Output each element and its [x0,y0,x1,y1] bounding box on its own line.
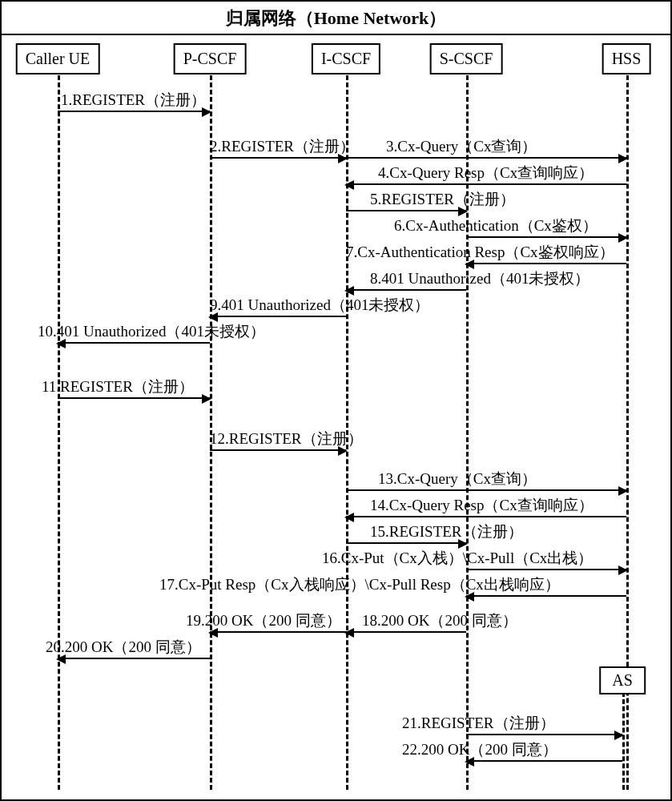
arrow-left-icon [56,654,66,664]
msg-label: 7.Cx-Authentication Resp（Cx鉴权响应） [346,242,614,263]
msg-label: 11.REGISTER（注册） [42,376,194,397]
arrow-right-icon [618,566,628,575]
arrow-right-icon [202,107,211,117]
diagram-frame: 归属网络（Home Network） Caller UE P-CSCF I-CS… [0,0,672,801]
msg-4-cx-query-resp: 4.Cx-Query Resp（Cx查询响应） [346,166,626,185]
msg-6-cx-auth: 6.Cx-Authentication（Cx鉴权） [466,219,626,238]
arrow-right-icon [338,446,348,456]
arrow-left-icon [465,592,474,602]
arrow-right-icon [618,154,628,163]
arrow-right-icon [618,233,628,243]
msg-label: 4.Cx-Query Resp（Cx查询响应） [378,163,594,183]
msg-16-cx-put-pull: 16.Cx-Put（Cx入栈）\Cx-Pull（Cx出栈） [466,551,626,570]
msg-label: 20.200 OK（200 同意） [46,637,201,658]
lifeline-as [622,692,625,790]
msg-label: 6.Cx-Authentication（Cx鉴权） [394,215,598,236]
actor-label: Caller UE [26,50,91,67]
msg-label: 1.REGISTER（注册） [61,90,206,111]
diagram-canvas: Caller UE P-CSCF I-CSCF S-CSCF HSS 1.REG… [2,35,670,798]
actor-label: S-CSCF [440,50,493,67]
arrow-right-icon [618,486,628,496]
msg-label: 16.Cx-Put（Cx入栈）\Cx-Pull（Cx出栈） [322,548,593,569]
actor-s-cscf: S-CSCF [430,43,503,74]
actor-hss: HSS [602,43,651,74]
arrow-left-icon [208,628,218,638]
msg-22-200-ok: 22.200 OK（200 同意） [466,743,622,762]
actor-label: AS [612,671,633,689]
msg-18-200-ok: 18.200 OK（200 同意） [346,614,466,633]
msg-label: 17.Cx-Put Resp（Cx入栈响应）\Cx-Pull Resp（Cx出栈… [159,574,560,595]
msg-7-cx-auth-resp: 7.Cx-Authentication Resp（Cx鉴权响应） [466,245,626,264]
msg-11-register: 11.REGISTER（注册） [58,380,210,399]
msg-21-register: 21.REGISTER（注册） [466,716,622,735]
actor-label: I-CSCF [321,50,371,67]
arrow-left-icon [344,628,354,638]
actor-label: P-CSCF [183,50,237,67]
msg-label: 13.Cx-Query（Cx查询） [378,469,537,489]
diagram-title: 归属网络（Home Network） [2,2,670,35]
msg-17-cx-put-pull-resp: 17.Cx-Put Resp（Cx入栈响应）\Cx-Pull Resp（Cx出栈… [466,578,626,597]
arrow-right-icon [614,731,624,740]
arrow-left-icon [344,180,354,190]
msg-2-register: 2.REGISTER（注册） [210,139,346,159]
arrow-left-icon [56,339,66,348]
msg-label: 22.200 OK（200 同意） [402,739,557,760]
msg-15-register: 15.REGISTER（注册） [346,525,466,544]
msg-20-200-ok: 20.200 OK（200 同意） [58,640,210,659]
msg-12-register: 12.REGISTER（注册） [210,432,346,451]
msg-13-cx-query: 13.Cx-Query（Cx查询） [346,472,626,491]
msg-label: 21.REGISTER（注册） [402,713,555,734]
msg-label: 9.401 Unauthorized（401未授权） [210,295,429,316]
msg-1-register: 1.REGISTER（注册） [58,93,210,112]
msg-5-register: 5.REGISTER（注册） [346,192,466,211]
msg-label: 2.REGISTER（注册） [210,136,355,157]
actor-i-cscf: I-CSCF [312,43,380,74]
msg-9-401: 9.401 Unauthorized（401未授权） [210,298,346,317]
msg-14-cx-query-resp: 14.Cx-Query Resp（Cx查询响应） [346,498,626,517]
actor-as: AS [599,666,646,694]
lifeline-caller-ue [58,75,60,790]
actor-label: HSS [612,50,642,67]
arrow-left-icon [344,513,354,522]
msg-3-cx-query: 3.Cx-Query（Cx查询） [346,139,626,159]
msg-label: 10.401 Unauthorized（401未授权） [38,321,265,342]
msg-10-401: 10.401 Unauthorized（401未授权） [58,324,210,344]
msg-19-200-ok: 19.200 OK（200 同意） [210,614,346,633]
msg-label: 8.401 Unauthorized（401未授权） [370,268,590,289]
actor-caller-ue: Caller UE [16,43,100,74]
msg-label: 5.REGISTER（注册） [370,189,515,210]
msg-label: 14.Cx-Query Resp（Cx查询响应） [370,495,594,516]
msg-8-401: 8.401 Unauthorized（401未授权） [346,272,466,291]
actor-p-cscf: P-CSCF [174,43,247,74]
arrow-left-icon [465,757,474,767]
msg-label: 3.Cx-Query（Cx查询） [386,136,537,157]
arrow-right-icon [202,394,211,404]
msg-label: 18.200 OK（200 同意） [362,610,517,631]
msg-label: 15.REGISTER（注册） [370,521,523,542]
